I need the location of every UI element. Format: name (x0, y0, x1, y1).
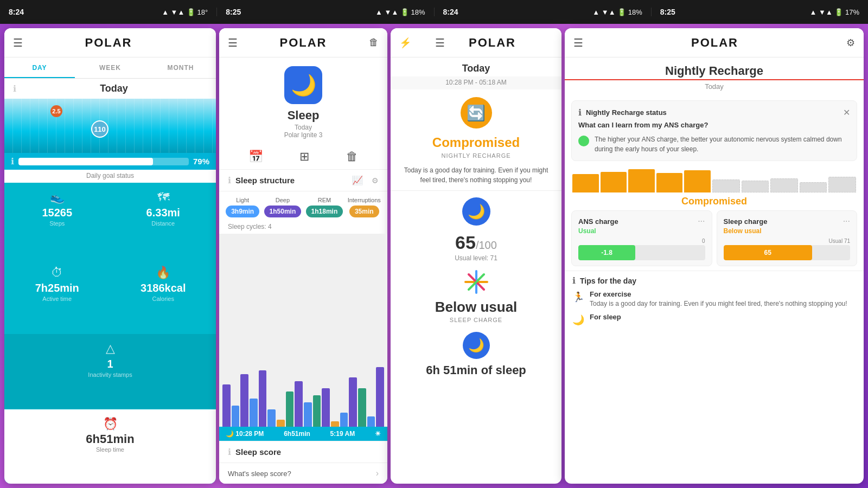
sleep-card-title: Sleep charge (724, 217, 768, 226)
tips-info-icon: ℹ (572, 275, 576, 286)
nightly-time-range: 10:28 PM - 05:18 AM (391, 76, 561, 89)
score-big: 65 (455, 232, 476, 253)
sleep-dots-icon[interactable]: ··· (843, 216, 850, 226)
sleep-bar-13 (376, 367, 384, 427)
activity-header: ℹ Today (4, 79, 216, 99)
recharge-icon: 🔄 (461, 97, 492, 129)
active-time-icon: ⏱ (51, 266, 63, 280)
sleep-bar-rem-3 (358, 388, 366, 427)
calories-icon: 🔥 (156, 266, 170, 280)
sleep-usual-label: Usual 71 (724, 238, 851, 244)
hamburger-icon-1[interactable]: ☰ (13, 36, 23, 49)
panel-ans: ☰ POLAR ⚙ Nightly Recharge Today ℹ Night… (565, 28, 864, 484)
legend-interruptions: Interruptions 35min (348, 197, 381, 217)
sleep-score-info-icon[interactable]: ℹ (228, 447, 231, 457)
progress-info-icon[interactable]: ℹ (11, 156, 14, 166)
sleep-time-row: 🌙 10:28 PM 6h51min 5:19 AM ☀ (219, 427, 387, 441)
steps-icon: 👟 (50, 190, 65, 204)
tab-week[interactable]: WEEK (75, 57, 145, 78)
main-container: ☰ POLAR DAY WEEK MONTH ℹ Today 2.5 110 ℹ… (4, 28, 864, 484)
calories-value: 3186kcal (141, 282, 186, 294)
crop-icon[interactable]: ⊞ (299, 150, 309, 164)
sleep-info-icon[interactable]: ℹ (228, 175, 231, 185)
ans-zero-label: 0 (578, 238, 705, 244)
activity-banner: 2.5 110 (4, 99, 216, 153)
calendar-icon[interactable]: 📅 (248, 150, 263, 164)
gear-icon[interactable]: ⚙ (846, 37, 855, 49)
progress-bar-container: ℹ 79% (4, 153, 216, 170)
delete-icon[interactable]: 🗑 (346, 150, 358, 164)
bar-8 (770, 178, 798, 192)
filter-icon[interactable]: ⚡ (399, 37, 411, 49)
trash-icon[interactable]: 🗑 (369, 37, 379, 48)
legend-rem-label: REM (318, 197, 331, 203)
sleep-chart (219, 234, 387, 427)
chart-icon[interactable]: 📈 (352, 175, 363, 185)
inactivity-icon: △ (106, 342, 115, 356)
progress-bar-fill (18, 158, 153, 165)
sleep-charge-label: SLEEP CHARGE (391, 317, 561, 326)
sleep-bar-rem-2 (313, 395, 321, 427)
legend-light: Light 3h9min (226, 197, 259, 217)
legend-deep: Deep 1h50min (264, 197, 302, 217)
score-display: 65/100 (391, 229, 561, 254)
sleep-bar-8 (304, 402, 312, 427)
sleep-bar-2 (232, 406, 240, 427)
settings-dots-icon[interactable]: ⚙ (372, 176, 379, 185)
sleep-bar-rem-1 (286, 391, 294, 427)
nightly-recharge-sub-label: NIGHTLY RECHARGE (391, 152, 561, 162)
time-3: 8:24 (443, 8, 458, 16)
today-label-1: Today (100, 83, 128, 94)
legend-rem-badge: 1h18min (306, 206, 343, 217)
time-2: 8:25 (226, 8, 241, 16)
sleep-bar-fill: 65 (724, 245, 812, 260)
sleep-card-status: Below usual (724, 227, 851, 235)
legend-deep-label: Deep (276, 197, 290, 203)
bar-1 (572, 174, 599, 192)
hamburger-icon-4[interactable]: ☰ (573, 36, 583, 49)
tab-day[interactable]: DAY (4, 57, 75, 78)
sleep-title: Sleep (288, 108, 320, 123)
panel3-header: ⚡ ☰ POLAR (391, 28, 561, 57)
polar-logo-2: POLAR (280, 36, 327, 50)
info-text: The higher your ANS charge, the better y… (595, 134, 850, 154)
moon-bottom-container: 🌙 (391, 326, 561, 361)
sleep-bar-1 (222, 384, 231, 427)
score-badge-2: 110 (91, 120, 108, 138)
bar-5 (684, 170, 711, 192)
panel4-header: ☰ POLAR ⚙ (565, 28, 864, 57)
status-icons-1: ▲ ▼▲ 🔋 18° (162, 8, 208, 16)
bar-3 (628, 169, 655, 192)
score-denom: /100 (476, 239, 497, 251)
sleep-score-title: Sleep score (235, 447, 281, 457)
progress-pct: 79% (193, 157, 209, 166)
moon-icon-bottom: 🌙 (463, 332, 490, 359)
panel-activity: ☰ POLAR DAY WEEK MONTH ℹ Today 2.5 110 ℹ… (4, 28, 216, 484)
tab-month[interactable]: MONTH (145, 57, 216, 78)
hamburger-icon-2[interactable]: ☰ (228, 36, 238, 49)
active-time-value: 7h25min (35, 282, 79, 294)
sleep-end-time: 5:19 AM (330, 430, 355, 438)
info-icon-1[interactable]: ℹ (13, 84, 16, 94)
status-bar: 8:24 ▲ ▼▲ 🔋 18° 8:25 ▲ ▼▲ 🔋 18% 8:24 ▲ ▼… (0, 0, 868, 24)
sleep-bar-bg: 65 (724, 245, 851, 260)
sleep-score-question-row[interactable]: What's sleep score? › (219, 463, 387, 484)
bar-10 (828, 177, 856, 192)
sleep-subtitle: Today (295, 124, 312, 131)
ans-bar-bg: -1.8 (578, 245, 705, 260)
info-section: ℹ Nightly Recharge status ✕ What can I l… (571, 100, 857, 161)
tips-header: ℹ Tips for the day (572, 275, 856, 286)
ans-card-title: ANS charge (578, 217, 618, 226)
sleep-section-header: ℹ Sleep structure 📈 ⚙ (219, 170, 387, 191)
polar-logo-3: POLAR (469, 36, 516, 50)
ans-dots-icon[interactable]: ··· (698, 216, 705, 226)
legend-interruptions-badge: 35min (349, 206, 379, 217)
close-icon[interactable]: ✕ (843, 107, 850, 118)
bar-2 (601, 172, 627, 192)
sleep-bar-7 (295, 381, 303, 427)
bar-7 (742, 181, 769, 192)
panel2-header: ☰ POLAR 🗑 (219, 28, 387, 57)
toggle-indicator (578, 136, 589, 146)
status-title: Nightly Recharge status (586, 108, 667, 117)
hamburger-icon-3[interactable]: ☰ (435, 36, 445, 49)
